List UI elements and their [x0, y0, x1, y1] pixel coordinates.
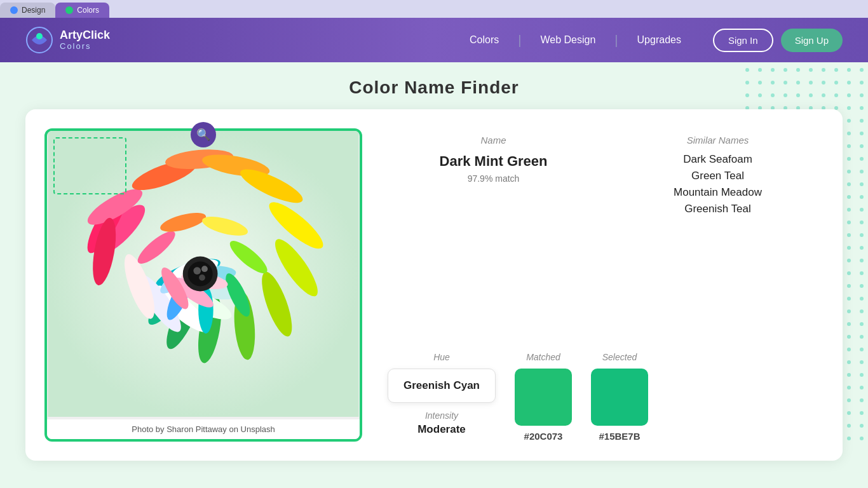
- svg-point-39: [188, 261, 213, 286]
- selected-swatch: [591, 369, 648, 426]
- similar-name-4: Greenish Teal: [612, 203, 824, 215]
- hue-box: Greenish Cyan: [388, 369, 496, 403]
- signin-button[interactable]: Sign In: [713, 29, 773, 52]
- name-label: Name: [388, 135, 599, 146]
- similar-name-3: Mountain Meadow: [612, 186, 824, 199]
- colors-tab-icon: [65, 6, 73, 14]
- hue-label: Hue: [433, 352, 450, 362]
- info-section: Name Dark Mint Green 97.9% match Similar…: [388, 128, 824, 442]
- similar-name-2: Green Teal: [612, 170, 824, 182]
- design-tab-icon: [10, 6, 18, 14]
- signup-button[interactable]: Sign Up: [781, 29, 843, 52]
- flower-image: [47, 131, 360, 417]
- svg-point-41: [201, 266, 208, 272]
- svg-point-1: [36, 33, 43, 39]
- main-card: 🔍: [25, 109, 843, 461]
- logo-icon: [25, 26, 53, 54]
- page-title: Color Name Finder: [0, 62, 868, 109]
- logo-sub: Colors: [60, 41, 110, 51]
- hue-name: Greenish Cyan: [403, 379, 480, 392]
- hue-column: Hue Greenish Cyan Intensity Moderate: [388, 352, 496, 436]
- search-icon: 🔍: [196, 128, 210, 142]
- similar-name-1: Dark Seafoam: [612, 153, 824, 166]
- color-info-top: Name Dark Mint Green 97.9% match Similar…: [388, 135, 824, 219]
- tab-colors-label: Colors: [77, 6, 99, 15]
- logo-text: ArtyClick Colors: [60, 29, 110, 51]
- logo-area: ArtyClick Colors: [25, 26, 110, 54]
- intensity-label: Intensity: [425, 410, 458, 421]
- color-name: Dark Mint Green: [388, 153, 599, 170]
- tab-bar: Design Colors: [0, 0, 868, 18]
- selected-hex: #15BE7B: [599, 431, 640, 442]
- match-percentage: 97.9% match: [388, 173, 599, 184]
- photo-credit: Photo by Sharon Pittaway on Unsplash: [47, 419, 360, 439]
- nav-colors[interactable]: Colors: [451, 34, 518, 46]
- logo-brand: ArtyClick: [60, 29, 110, 42]
- intensity-value: Moderate: [417, 423, 466, 436]
- tab-design-label: Design: [22, 6, 45, 15]
- swatches-section: Hue Greenish Cyan Intensity Moderate Mat…: [388, 352, 824, 442]
- search-button[interactable]: 🔍: [191, 122, 216, 147]
- header: ArtyClick Colors Colors | Web Design | U…: [0, 18, 868, 62]
- similar-names-label: Similar Names: [612, 135, 824, 146]
- svg-point-40: [193, 267, 201, 274]
- matched-swatch-column: Matched #20C073: [515, 352, 572, 442]
- selected-label: Selected: [602, 352, 637, 362]
- nav-webdesign[interactable]: Web Design: [521, 34, 614, 46]
- similar-names-column: Similar Names Dark Seafoam Green Teal Mo…: [612, 135, 824, 219]
- image-section: 🔍: [44, 128, 362, 442]
- color-name-column: Name Dark Mint Green 97.9% match: [388, 135, 599, 219]
- tab-colors[interactable]: Colors: [55, 3, 109, 18]
- image-container: Photo by Sharon Pittaway on Unsplash: [44, 128, 362, 442]
- svg-point-42: [199, 274, 205, 281]
- matched-hex: #20C073: [524, 431, 563, 442]
- matched-label: Matched: [526, 352, 560, 362]
- main-nav: Colors | Web Design | Upgrades: [451, 33, 700, 48]
- nav-upgrades[interactable]: Upgrades: [618, 34, 700, 46]
- matched-swatch: [515, 369, 572, 426]
- selected-swatch-column: Selected #15BE7B: [591, 352, 648, 442]
- tab-design[interactable]: Design: [0, 3, 55, 18]
